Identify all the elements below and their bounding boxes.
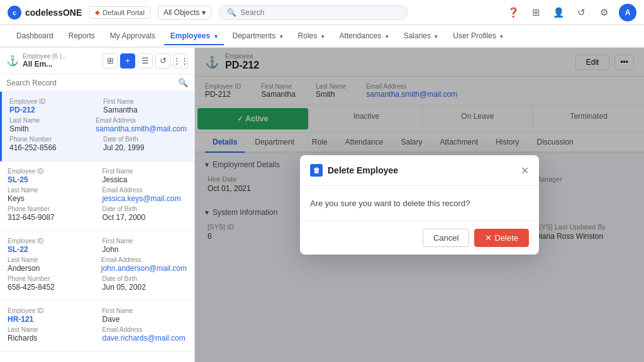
field-value: Dave <box>103 315 187 324</box>
dialog-header: 🗑 Delete Employee ✕ <box>300 155 539 186</box>
field-label: Last Name <box>8 326 92 333</box>
field-value: Jun 05, 2002 <box>103 283 187 292</box>
logo-text: codelessONE <box>25 8 82 18</box>
field-label: First Name <box>103 307 187 314</box>
field-value: Jul 20, 1999 <box>103 143 187 152</box>
add-record-btn[interactable]: + <box>120 53 135 69</box>
field-value-email[interactable]: jessica.keys@mail.com <box>103 194 187 203</box>
sidebar-actions: ⊞ + ☰ ↺ ⋮⋮ <box>103 53 188 69</box>
sidebar-subtitle: Employee (6 |... <box>23 53 99 60</box>
portal-badge[interactable]: ◆ Default Portal <box>89 6 150 19</box>
settings-icon[interactable]: ⚙ <box>596 5 611 20</box>
nav-menu: Dashboard Reports My Approvals Employees… <box>0 25 644 48</box>
search-record-icon: 🔍 <box>178 78 188 87</box>
nav-item-roles[interactable]: Roles ▾ <box>292 28 331 45</box>
sidebar: ⚓ Employee (6 |... All Em... ⊞ + ☰ ↺ ⋮⋮ … <box>0 48 195 362</box>
field-value-email[interactable]: john.anderson@mail.com <box>101 264 187 273</box>
global-search[interactable]: 🔍 <box>219 5 408 20</box>
main-content: ⚓ Employee (6 |... All Em... ⊞ + ☰ ↺ ⋮⋮ … <box>0 48 644 362</box>
field-label: Date of Birth <box>103 275 187 282</box>
field-label: Employee ID <box>9 98 93 105</box>
delete-button[interactable]: ✕ Delete <box>474 229 529 247</box>
field-label: Email Address <box>96 117 187 124</box>
field-value: John <box>103 245 187 254</box>
chevron-icon: ▾ <box>321 33 325 40</box>
grid-view-btn[interactable]: ⊞ <box>103 53 118 69</box>
nav-item-departments[interactable]: Departments ▾ <box>226 28 289 45</box>
field-value: HR-121 <box>8 315 92 324</box>
cancel-button[interactable]: Cancel <box>423 229 469 247</box>
dialog-close-button[interactable]: ✕ <box>521 165 529 177</box>
search-input[interactable] <box>240 8 399 17</box>
list-item[interactable]: Employee ID SL-22 First Name John Last N… <box>0 231 194 301</box>
users-icon[interactable]: 👤 <box>551 5 566 20</box>
delete-icon: ✕ <box>485 233 492 243</box>
list-item[interactable]: Employee ID PD-212 First Name Samantha L… <box>0 92 194 162</box>
refresh-btn[interactable]: ↺ <box>155 53 170 69</box>
field-label: First Name <box>103 238 187 244</box>
field-value: SL-25 <box>8 175 92 184</box>
field-label: Last Name <box>9 117 86 124</box>
field-value: Oct 17, 2000 <box>103 213 187 222</box>
modal-overlay[interactable]: 🗑 Delete Employee ✕ Are you sure you wan… <box>195 48 644 362</box>
portal-icon: ◆ <box>95 9 100 16</box>
field-label: First Name <box>103 98 187 105</box>
dialog-title: 🗑 Delete Employee <box>310 164 398 177</box>
top-bar: c codelessONE ◆ Default Portal All Objec… <box>0 0 644 25</box>
chevron-icon: ▾ <box>280 33 283 40</box>
field-label: Email Address <box>103 187 187 194</box>
sidebar-title-area: Employee (6 |... All Em... <box>23 53 99 69</box>
nav-item-user-profiles[interactable]: User Profiles ▾ <box>447 28 509 45</box>
more-options-btn[interactable]: ⋮⋮ <box>173 53 188 69</box>
field-label: Employee ID <box>8 238 92 244</box>
field-value: Jessica <box>103 175 187 184</box>
right-panel: ⚓ Employee PD-212 Edit ••• Employee ID P… <box>195 48 644 362</box>
nav-item-dashboard[interactable]: Dashboard <box>10 28 60 45</box>
chevron-icon: ▾ <box>214 33 218 40</box>
field-label: Email Address <box>101 256 187 263</box>
list-item[interactable]: Employee ID HR-121 First Name Dave Last … <box>0 301 194 352</box>
field-label: Last Name <box>8 256 91 263</box>
field-label: Email Address <box>103 326 187 333</box>
help-icon[interactable]: ❓ <box>506 5 521 20</box>
field-value-email[interactable]: dave.richards@mail.com <box>103 334 187 343</box>
logo: c codelessONE <box>8 6 82 19</box>
top-icons: ❓ ⊞ 👤 ↺ ⚙ A <box>506 4 636 21</box>
dialog-body: Are you sure you want to delete this rec… <box>300 186 539 221</box>
field-label: Employee ID <box>8 307 92 314</box>
field-value: 416-252-8566 <box>9 143 93 152</box>
field-value: 658-425-8452 <box>8 283 92 292</box>
field-value: Anderson <box>8 264 91 273</box>
field-label: Employee ID <box>8 168 92 175</box>
field-label: Phone Number <box>9 136 93 143</box>
grid-icon[interactable]: ⊞ <box>528 5 543 20</box>
nav-item-employees[interactable]: Employees ▾ <box>164 28 224 45</box>
list-view-btn[interactable]: ☰ <box>138 53 153 69</box>
avatar[interactable]: A <box>619 4 636 21</box>
nav-item-salaries[interactable]: Salaries ▾ <box>397 28 445 45</box>
chevron-icon: ▾ <box>386 33 389 40</box>
nav-item-approvals[interactable]: My Approvals <box>104 28 162 45</box>
field-label: Date of Birth <box>103 136 187 143</box>
sidebar-title: All Em... <box>23 60 99 69</box>
chevron-icon: ▾ <box>435 33 438 40</box>
search-record-input[interactable] <box>6 79 174 87</box>
nav-item-attendances[interactable]: Attendances ▾ <box>333 28 395 45</box>
field-value: Smith <box>9 124 86 133</box>
list-item[interactable]: Employee ID SL-25 First Name Jessica Las… <box>0 162 194 231</box>
field-label: Phone Number <box>8 206 92 212</box>
field-label: Date of Birth <box>103 206 187 212</box>
chevron-icon: ▾ <box>500 33 503 40</box>
field-value-email[interactable]: samantha.smith@mail.com <box>96 124 187 133</box>
nav-item-reports[interactable]: Reports <box>62 28 101 45</box>
object-select-label: All Objects <box>164 8 199 17</box>
field-label: First Name <box>103 168 187 175</box>
delete-dialog: 🗑 Delete Employee ✕ Are you sure you wan… <box>300 155 539 255</box>
history-icon[interactable]: ↺ <box>574 5 589 20</box>
object-select[interactable]: All Objects ▾ <box>158 6 211 19</box>
field-label: Phone Number <box>8 275 92 282</box>
sidebar-header: ⚓ Employee (6 |... All Em... ⊞ + ☰ ↺ ⋮⋮ <box>0 48 194 74</box>
field-value: 312-645-9087 <box>8 213 92 222</box>
employee-list: Employee ID PD-212 First Name Samantha L… <box>0 92 194 362</box>
dialog-message: Are you sure you want to delete this rec… <box>310 199 470 208</box>
